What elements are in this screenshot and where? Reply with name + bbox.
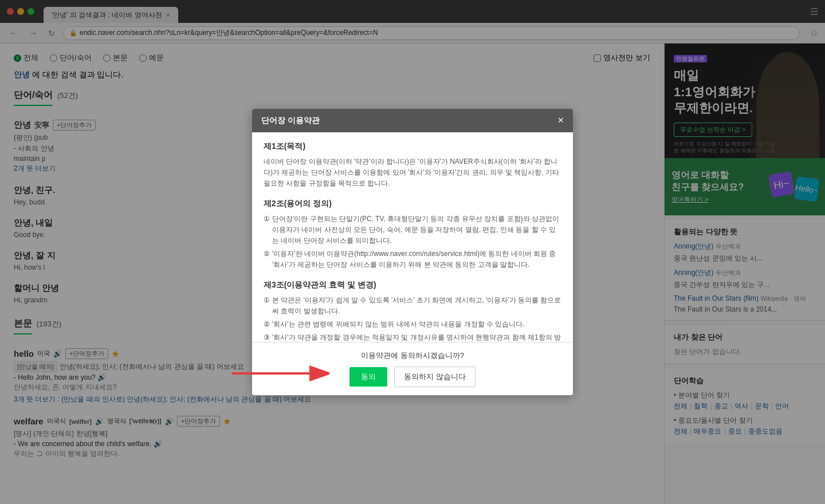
- modal-section-2-item2: ② '이용자'란 네이버 이용약관(http://www.naver.com/r…: [264, 249, 561, 270]
- modal-title: 단어장 이용약관: [261, 116, 320, 126]
- modal-section-2-item1: ① 단어장'이란 구현되는 단말기(PC, TV, 휴대형단말기 등의 각종 유…: [264, 214, 561, 247]
- modal-body: 제1조(목적) 네이버 단어장 이용약관(이하 '약관'이라 합니다)은 '이용…: [252, 132, 573, 342]
- agree-button[interactable]: 동의: [349, 367, 387, 387]
- modal-section-1-text: 네이버 단어장 이용약관(이하 '약관'이라 합니다)은 '이용자'가 NAVE…: [264, 156, 561, 190]
- modal-overlay[interactable]: 단어장 이용약관 × 제1조(목적) 네이버 단어장 이용약관(이하 '약관'이…: [0, 0, 825, 504]
- disagree-button[interactable]: 동의하지 않습니다: [394, 367, 476, 387]
- modal-section-3-item1: ① 본 약관은 '이용자'가 쉽게 알 수 있도록 '서비스' 초기 화면에 게…: [264, 295, 561, 317]
- modal-section-3-item3: ③ '회사'가 약관을 개정할 경우에는 적용일자 및 개정사유를 명시하여 현…: [264, 332, 561, 342]
- modal-header: 단어장 이용약관 ×: [252, 109, 573, 132]
- modal-dialog: 단어장 이용약관 × 제1조(목적) 네이버 단어장 이용약관(이하 '약관'이…: [252, 109, 573, 395]
- modal-section-1-title: 제1조(목적): [264, 141, 561, 152]
- modal-question: 이용약관에 동의하시겠습니까?: [261, 351, 564, 361]
- modal-section-3-title: 제3조(이용약관의 효력 및 변경): [264, 280, 561, 290]
- modal-section-2-title: 제2조(용어의 정의): [264, 199, 561, 209]
- modal-footer: 이용약관에 동의하시겠습니까? 동의 동의하지 않습니다: [252, 342, 573, 395]
- modal-close-btn[interactable]: ×: [557, 115, 564, 127]
- modal-section-3-item2: ② '회사'는 관련 법령에 위배되지 않는 범위 내에서 약관의 내용을 개정…: [264, 319, 561, 330]
